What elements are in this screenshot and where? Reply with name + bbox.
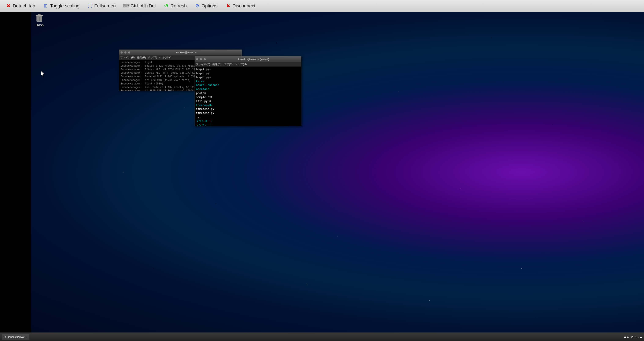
titlebar-dot-b — [200, 58, 202, 60]
taskbar-apps[interactable]: 🖥 kaneko@www: ~ — [2, 334, 29, 340]
mouse-cursor — [41, 71, 45, 77]
menu-tab-l[interactable]: タブ(T) — [224, 63, 233, 66]
menu-tab[interactable]: タブ(T) — [148, 56, 157, 60]
titlebar-dot-a — [196, 58, 198, 60]
refresh-button[interactable]: ↺ Refresh — [160, 2, 190, 10]
taskbar-app-icon: 🖥 — [4, 335, 7, 338]
taskbar-app-label: kaneko@www: ~ — [8, 335, 27, 338]
toggle-scaling-button[interactable]: ⊞ Toggle scaling — [39, 2, 83, 10]
menu-edit-l[interactable]: 編集(E) — [212, 63, 222, 66]
menu-file[interactable]: ファイル(F) — [120, 56, 135, 60]
titlebar-dot-3 — [128, 52, 130, 54]
titlebar-dot-1 — [120, 52, 123, 54]
taskbar: 🖥 kaneko@www: ~ ◆ 40 20:13 ☁ — [0, 332, 644, 341]
taskbar-clock: ◆ 40 20:13 ☁ — [624, 335, 642, 339]
menu-edit[interactable]: 編集(E) — [137, 56, 146, 60]
desktop[interactable]: Trash kaneko@www: ~ ファイル(F) 編集(E) タブ(T) … — [31, 12, 644, 332]
terminal-window-large[interactable]: kaneko@www: ~ (www2) ファイル(F) 編集(E) タブ(T)… — [194, 56, 302, 126]
trash-icon-image — [36, 14, 43, 23]
disconnect-button[interactable]: ✖ Disconnect — [222, 2, 259, 10]
svg-marker-0 — [41, 71, 44, 77]
titlebar-dot-2 — [124, 52, 126, 54]
toolbar: ✖ Detach tab ⊞ Toggle scaling ⛶ Fullscre… — [0, 0, 644, 12]
detach-tab-icon: ✖ — [6, 3, 12, 9]
keyboard-icon: ⌨ — [123, 3, 129, 9]
menu-help[interactable]: ヘルプ(H) — [159, 56, 171, 60]
refresh-icon: ↺ — [163, 3, 169, 9]
trash-icon[interactable]: Trash — [35, 14, 44, 27]
fullscreen-button[interactable]: ⛶ Fullscreen — [83, 2, 120, 10]
menu-file-l[interactable]: ファイル(F) — [196, 63, 210, 66]
terminal-large-menubar: ファイル(F) 編集(E) タブ(T) ヘルプ(H) — [195, 62, 301, 67]
terminal-small-title: kaneko@www: ~ — [132, 51, 240, 54]
terminal-large-title: kaneko@www: ~ (www2) — [208, 58, 300, 61]
terminal-small-titlebar[interactable]: kaneko@www: ~ — [119, 50, 242, 55]
titlebar-dot-c — [204, 58, 206, 60]
toggle-scaling-icon: ⊞ — [43, 3, 49, 9]
terminal-large-body[interactable]: hoge4.py~ hoge5.py hoge5.py~ keras neura… — [195, 67, 301, 126]
ctrl-alt-del-button[interactable]: ⌨ Ctrl+Alt+Del — [120, 2, 160, 10]
detach-tab-button[interactable]: ✖ Detach tab — [2, 2, 39, 10]
options-icon: ⚙ — [194, 3, 200, 9]
menu-help-l[interactable]: ヘルプ(H) — [235, 63, 247, 66]
disconnect-icon: ✖ — [225, 3, 231, 9]
svg-rect-3 — [38, 14, 40, 16]
left-panel — [0, 12, 31, 332]
trash-label: Trash — [35, 23, 44, 27]
terminal-large-titlebar[interactable]: kaneko@www: ~ (www2) — [195, 57, 301, 62]
options-button[interactable]: ⚙ Options — [190, 2, 222, 10]
fullscreen-icon: ⛶ — [87, 3, 93, 9]
